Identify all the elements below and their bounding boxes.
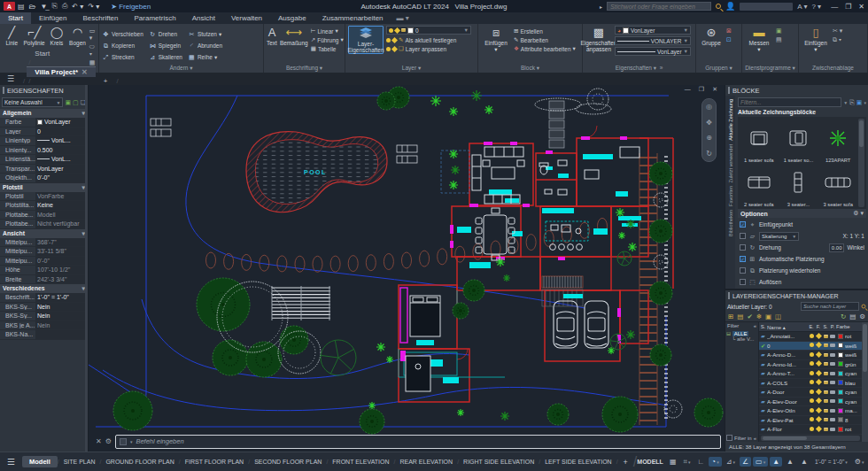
layout-tab-second-floor-plan[interactable]: SECOND FLOOR PLAN	[250, 459, 326, 465]
tool-stutzen[interactable]: ✂Stutzen ▾	[188, 28, 222, 40]
property-value[interactable]: 0.500	[35, 146, 88, 155]
minimize-button[interactable]: —	[831, 3, 838, 11]
set-current-layer-button[interactable]: ✎ Als aktuell festlegen	[386, 36, 471, 43]
layout-tab-left-side-elevation[interactable]: LEFT SIDE ELEVATION	[540, 459, 616, 465]
layer-freeze-icon[interactable]	[815, 334, 822, 339]
arc-tool[interactable]: ◠Bogen	[68, 26, 87, 46]
layer-lock-icon[interactable]	[822, 417, 829, 422]
options-gear-icon[interactable]: ⚙ ▾	[853, 210, 864, 217]
option-checkbox[interactable]: ✓	[740, 256, 746, 262]
layer-on-icon[interactable]	[808, 390, 815, 395]
layout-tab-right-side-elevation[interactable]: RIGHT SIDE ELEVATION	[459, 459, 539, 465]
section-header-ansicht[interactable]: Ansicht▾	[0, 229, 88, 238]
file-tab-menu-icon[interactable]: ☰	[0, 74, 21, 85]
property-value[interactable]: VonL...	[35, 155, 88, 164]
collapse-filter-icon[interactable]: «	[754, 323, 756, 328]
property-value[interactable]: 0	[35, 127, 88, 136]
layer-color-swatch[interactable]	[838, 398, 843, 404]
zoom-icon[interactable]: ⊕	[706, 134, 712, 142]
dynamic-input-toggle[interactable]: ∠	[740, 457, 751, 467]
layer-color-swatch[interactable]	[838, 334, 843, 339]
layer-column-S[interactable]: S.	[822, 324, 829, 329]
layer-plot-icon[interactable]	[829, 334, 836, 339]
ribbon-tab-zusammenarbeiten[interactable]: Zusammenarbeiten	[314, 12, 391, 24]
layout-tab-rear-elevation[interactable]: REAR ELEVATION	[395, 459, 457, 465]
blocks-side-tab-3[interactable]: Bibliotheken	[728, 210, 733, 236]
annotation-visibility-toggle[interactable]: ▲	[770, 457, 782, 467]
layer-name[interactable]: A-Anno-T...	[767, 370, 808, 376]
polar-tracking-toggle[interactable]: ◔▾	[709, 457, 721, 467]
panel-title[interactable]: Ändern ▾	[99, 64, 263, 73]
layer-freeze-icon[interactable]	[815, 398, 822, 404]
restore-button[interactable]: ❐	[845, 3, 851, 11]
ribbon-tab-ausgabe[interactable]: Ausgabe	[270, 12, 314, 24]
property-value[interactable]: 1'-0" = 1'-0"	[35, 293, 88, 302]
open-folder-icon[interactable]: 🗁	[29, 3, 36, 11]
lineweight-select[interactable]: VonLayer▼	[615, 47, 691, 56]
layer-lock-icon[interactable]	[822, 334, 829, 339]
property-value[interactable]: Modell	[35, 211, 88, 220]
layer-plot-icon[interactable]	[829, 398, 836, 404]
linetype-select[interactable]: VONLAYER▼	[615, 36, 691, 45]
layer-color-swatch[interactable]	[838, 352, 843, 358]
table-tool[interactable]: ▦Tabelle	[311, 45, 344, 52]
calculator-icon[interactable]: ▤	[776, 36, 782, 43]
layer-plot-icon[interactable]	[829, 361, 836, 367]
layer-lock-icon[interactable]	[822, 390, 829, 395]
layer-plot-icon[interactable]	[829, 343, 836, 348]
rectangle-tool-icon[interactable]: ▭ ▾	[89, 27, 96, 42]
layer-plot-icon[interactable]	[829, 352, 836, 358]
layer-freeze-icon[interactable]	[815, 427, 822, 432]
redo-icon[interactable]: ↷ ▾	[88, 3, 99, 11]
layer-name[interactable]: 0	[767, 343, 808, 349]
ribbon-tab-beschriften[interactable]: Beschriften	[75, 12, 127, 24]
tool-strecken[interactable]: ⤢Strecken	[102, 51, 143, 63]
layout-tab-site-plan[interactable]: SITE PLAN	[59, 459, 100, 465]
ribbon-tab-einfügen[interactable]: Einfügen	[31, 12, 75, 24]
layer-row-_Annotati-[interactable]: ▰_Annotati...rot	[759, 332, 862, 342]
command-input[interactable]: ▾ Befehl eingeben	[115, 435, 721, 449]
layer-plot-icon[interactable]	[829, 408, 836, 413]
ortho-toggle[interactable]: ∟	[694, 457, 707, 467]
layer-color-swatch[interactable]	[838, 390, 843, 395]
edit-block-button[interactable]: ✎Bearbeiten	[514, 36, 576, 43]
model-space-label[interactable]: MODELL	[637, 459, 663, 465]
cut-icon[interactable]: ✂ ▾	[833, 27, 842, 35]
layer-plot-icon[interactable]	[829, 371, 836, 376]
layer-color-swatch[interactable]	[838, 427, 843, 432]
section-header-plotstil[interactable]: Plotstil▾	[0, 183, 88, 192]
layer-search-icon[interactable]	[862, 305, 866, 309]
doc-close-icon[interactable]: ✕	[712, 86, 717, 93]
doc-restore-icon[interactable]: ❐	[699, 86, 704, 93]
match-layer-button[interactable]: ❏ Layer anpassen	[386, 45, 471, 52]
layer-row-A-Elev-Door[interactable]: ▰A-Elev-Doorcyan	[759, 398, 862, 407]
layer-lock-icon[interactable]	[822, 352, 829, 358]
layer-name[interactable]: A-Elev-Otln	[767, 407, 808, 413]
layer-color-swatch[interactable]	[838, 417, 843, 422]
layer-on-icon[interactable]	[808, 343, 815, 348]
new-layer-icon[interactable]: ⊞	[728, 313, 733, 320]
close-tab-icon[interactable]: ✕	[81, 68, 88, 76]
layer-freeze-icon[interactable]	[815, 371, 822, 376]
layer-on-icon[interactable]	[808, 427, 815, 432]
layer-name[interactable]: A-Flor	[767, 426, 808, 432]
tool-abrunden[interactable]: ◜Abrunden	[188, 40, 222, 51]
blocks-options-header[interactable]: Optionen ⚙ ▾	[738, 209, 866, 218]
layer-color-swatch[interactable]	[838, 380, 843, 385]
layer-on-icon[interactable]	[808, 334, 815, 339]
blocks-filter-input[interactable]	[738, 97, 841, 107]
layer-name[interactable]: A-Anno-D...	[767, 351, 808, 358]
layer-plot-icon[interactable]	[829, 390, 836, 395]
annotation-scale-value[interactable]: 1'-0" = 1'-0"▾	[812, 458, 850, 466]
tool-verschieben[interactable]: ✥Verschieben	[102, 28, 143, 40]
layer-lock-icon[interactable]	[822, 343, 829, 348]
autodesk-app-icon[interactable]: A ▾	[797, 3, 807, 11]
tool-drehen[interactable]: ↻Drehen	[149, 28, 182, 40]
option-checkbox[interactable]	[740, 244, 746, 251]
new-file-icon[interactable]: ▤	[18, 3, 25, 11]
section-header-verschiedenes[interactable]: Verschiedenes▾	[0, 284, 88, 293]
property-value[interactable]: Nein	[35, 312, 88, 320]
plot-icon[interactable]: ⎙	[62, 2, 67, 11]
property-value[interactable]: Nein	[35, 321, 88, 330]
layer-lock-icon[interactable]	[822, 371, 829, 376]
